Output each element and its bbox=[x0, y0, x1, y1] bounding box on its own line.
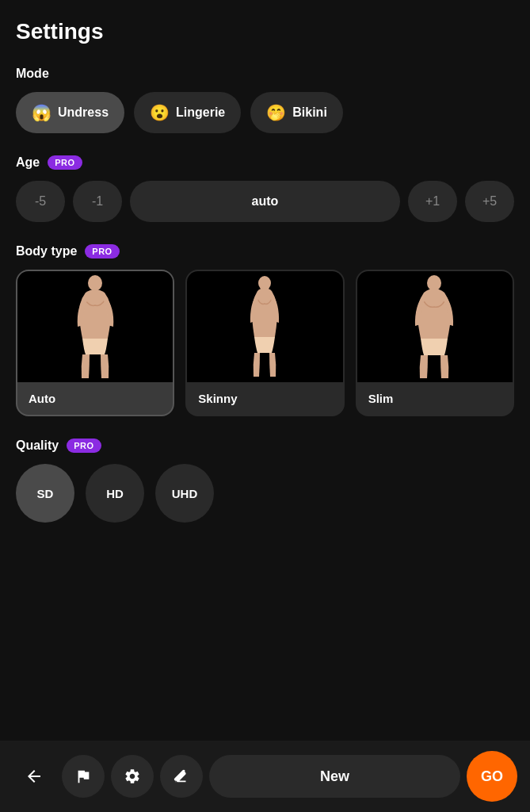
quality-options: SD HD UHD bbox=[16, 464, 514, 523]
quality-sd-button[interactable]: SD bbox=[16, 464, 74, 523]
quality-section: Quality PRO SD HD UHD bbox=[16, 439, 514, 523]
body-type-skinny-image bbox=[187, 271, 342, 382]
svg-point-0 bbox=[88, 275, 102, 291]
quality-label: Quality PRO bbox=[16, 439, 514, 453]
quality-uhd-button[interactable]: UHD bbox=[155, 464, 214, 523]
body-type-auto-card[interactable]: Auto bbox=[16, 270, 174, 416]
mode-label: Mode bbox=[16, 67, 514, 81]
bikini-emoji: 🤭 bbox=[266, 103, 286, 122]
age-label: Age PRO bbox=[16, 155, 514, 170]
go-label: GO bbox=[481, 768, 503, 785]
back-icon bbox=[25, 767, 44, 786]
body-type-section: Body type PRO bbox=[16, 244, 514, 416]
body-type-skinny-card[interactable]: Skinny bbox=[185, 270, 344, 416]
body-figure-auto bbox=[70, 275, 121, 378]
eraser-button[interactable] bbox=[160, 755, 203, 798]
settings-button[interactable] bbox=[111, 755, 154, 798]
mode-undress-button[interactable]: 😱 Undress bbox=[16, 92, 124, 133]
body-type-pro-badge: PRO bbox=[85, 244, 119, 259]
body-type-options: Auto Skinny bbox=[16, 270, 514, 416]
body-type-label: Body type PRO bbox=[16, 244, 514, 259]
mode-section: Mode 😱 Undress 😮 Lingerie 🤭 Bikini bbox=[16, 67, 514, 133]
body-type-slim-label: Slim bbox=[357, 382, 513, 415]
eraser-icon bbox=[173, 768, 190, 785]
age-pro-badge: PRO bbox=[48, 155, 82, 170]
age-options: -5 -1 auto +1 +5 bbox=[16, 181, 514, 222]
mode-options: 😱 Undress 😮 Lingerie 🤭 Bikini bbox=[16, 92, 514, 133]
new-label: New bbox=[320, 768, 349, 785]
mode-lingerie-button[interactable]: 😮 Lingerie bbox=[134, 92, 241, 133]
go-button[interactable]: GO bbox=[467, 751, 517, 802]
bottom-bar: New GO bbox=[0, 741, 530, 812]
new-button[interactable]: New bbox=[209, 755, 460, 798]
age-minus1-button[interactable]: -1 bbox=[73, 181, 122, 222]
lingerie-label: Lingerie bbox=[176, 105, 225, 120]
age-section: Age PRO -5 -1 auto +1 +5 bbox=[16, 155, 514, 222]
quality-pro-badge: PRO bbox=[67, 439, 101, 453]
undress-label: Undress bbox=[58, 105, 109, 120]
age-auto-button[interactable]: auto bbox=[130, 181, 400, 222]
quality-hd-button[interactable]: HD bbox=[86, 464, 144, 523]
body-type-slim-card[interactable]: Slim bbox=[356, 270, 514, 416]
settings-page: Settings Mode 😱 Undress 😮 Lingerie 🤭 Bik… bbox=[0, 0, 530, 624]
body-type-slim-image bbox=[357, 271, 513, 382]
bikini-label: Bikini bbox=[292, 105, 327, 120]
body-type-auto-image bbox=[17, 271, 173, 382]
flag-icon bbox=[74, 768, 92, 785]
age-plus1-button[interactable]: +1 bbox=[408, 181, 457, 222]
flag-button[interactable] bbox=[62, 755, 105, 798]
mode-bikini-button[interactable]: 🤭 Bikini bbox=[250, 92, 343, 133]
undress-emoji: 😱 bbox=[32, 103, 51, 122]
page-title: Settings bbox=[16, 19, 514, 44]
lingerie-emoji: 😮 bbox=[150, 103, 170, 122]
back-button[interactable] bbox=[13, 755, 55, 798]
body-figure-slim bbox=[409, 275, 460, 378]
gear-icon bbox=[124, 768, 141, 785]
age-minus5-button[interactable]: -5 bbox=[16, 181, 65, 222]
body-figure-skinny bbox=[243, 275, 287, 378]
age-plus5-button[interactable]: +5 bbox=[465, 181, 514, 222]
body-type-auto-label: Auto bbox=[17, 382, 173, 415]
body-type-skinny-label: Skinny bbox=[187, 382, 342, 415]
